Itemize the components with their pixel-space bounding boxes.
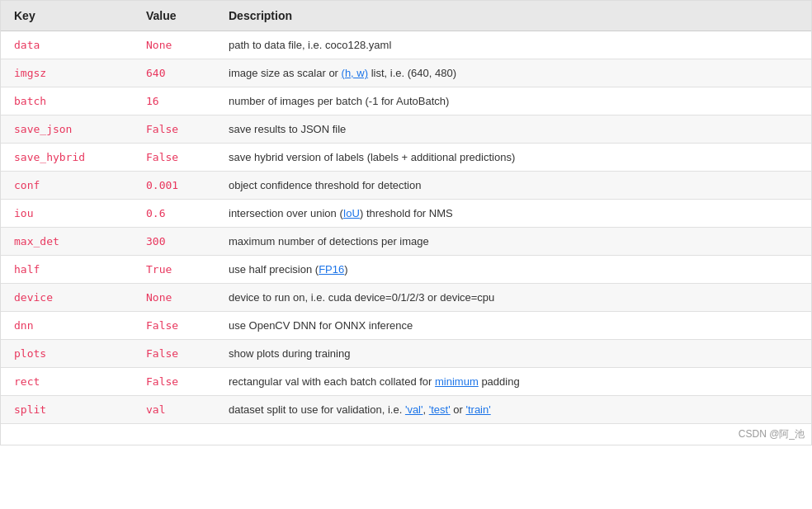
cell-description: save results to JSON file — [215, 115, 811, 144]
cell-value: None — [133, 284, 215, 312]
cell-description: maximum number of detections per image — [215, 228, 811, 256]
cell-value: False — [133, 312, 215, 340]
cell-value: False — [133, 368, 215, 396]
col-header-description: Description — [215, 1, 811, 31]
table-row: dnnFalseuse OpenCV DNN for ONNX inferenc… — [1, 312, 811, 340]
table-row: iou0.6intersection over union (IoU) thre… — [1, 200, 811, 228]
cell-value: True — [133, 256, 215, 284]
highlight-iou: IoU — [343, 207, 360, 219]
table-row: imgsz640image size as scalar or (h, w) l… — [1, 59, 811, 87]
cell-key: imgsz — [1, 59, 133, 87]
cell-description: object confidence threshold for detectio… — [215, 172, 811, 200]
cell-key: conf — [1, 172, 133, 200]
cell-key: dnn — [1, 312, 133, 340]
cell-key: half — [1, 256, 133, 284]
cell-key: iou — [1, 200, 133, 228]
highlight-hw: (h, w) — [342, 67, 369, 79]
col-header-value: Value — [133, 1, 215, 31]
cell-value: 0.001 — [133, 172, 215, 200]
highlight-val: 'val' — [405, 403, 423, 416]
highlight-fp16: FP16 — [319, 263, 344, 276]
cell-value: 640 — [133, 59, 215, 87]
cell-key: split — [1, 396, 133, 424]
table-row: conf0.001object confidence threshold for… — [1, 172, 811, 200]
table-row: splitvaldataset split to use for validat… — [1, 396, 811, 424]
cell-key: max_det — [1, 228, 133, 256]
col-header-key: Key — [1, 1, 133, 31]
data-table: Key Value Description dataNonepath to da… — [1, 1, 811, 424]
highlight-train: 'train' — [465, 403, 490, 416]
cell-value: 300 — [133, 228, 215, 256]
cell-description: rectangular val with each batch collated… — [215, 368, 811, 396]
cell-description: path to data file, i.e. coco128.yaml — [215, 31, 811, 59]
cell-key: device — [1, 284, 133, 312]
cell-description: image size as scalar or (h, w) list, i.e… — [215, 59, 811, 87]
table-row: max_det300maximum number of detections p… — [1, 228, 811, 256]
cell-description: number of images per batch (-1 for AutoB… — [215, 87, 811, 115]
table-row: deviceNonedevice to run on, i.e. cuda de… — [1, 284, 811, 312]
cell-value: False — [133, 144, 215, 172]
table-row: rectFalserectangular val with each batch… — [1, 368, 811, 396]
cell-description: device to run on, i.e. cuda device=0/1/2… — [215, 284, 811, 312]
cell-value: val — [133, 396, 215, 424]
cell-description: dataset split to use for validation, i.e… — [215, 396, 811, 424]
cell-value: 16 — [133, 87, 215, 115]
watermark: CSDN @阿_池 — [1, 424, 811, 445]
cell-key: save_hybrid — [1, 144, 133, 172]
table-row: batch16number of images per batch (-1 fo… — [1, 87, 811, 115]
highlight-test: 'test' — [429, 403, 451, 416]
main-table-container: Key Value Description dataNonepath to da… — [0, 0, 812, 445]
cell-description: save hybrid version of labels (labels + … — [215, 144, 811, 172]
highlight-minimum: minimum — [435, 375, 479, 388]
table-row: save_jsonFalsesave results to JSON file — [1, 115, 811, 144]
table-row: plotsFalseshow plots during training — [1, 340, 811, 368]
cell-key: data — [1, 31, 133, 59]
cell-key: rect — [1, 368, 133, 396]
cell-key: batch — [1, 87, 133, 115]
table-row: halfTrueuse half precision (FP16) — [1, 256, 811, 284]
table-row: save_hybridFalsesave hybrid version of l… — [1, 144, 811, 172]
cell-value: False — [133, 115, 215, 144]
cell-key: save_json — [1, 115, 133, 144]
cell-description: use half precision (FP16) — [215, 256, 811, 284]
cell-value: 0.6 — [133, 200, 215, 228]
cell-value: False — [133, 340, 215, 368]
cell-value: None — [133, 31, 215, 59]
cell-description: intersection over union (IoU) threshold … — [215, 200, 811, 228]
table-header-row: Key Value Description — [1, 1, 811, 31]
table-row: dataNonepath to data file, i.e. coco128.… — [1, 31, 811, 59]
cell-key: plots — [1, 340, 133, 368]
cell-description: use OpenCV DNN for ONNX inference — [215, 312, 811, 340]
cell-description: show plots during training — [215, 340, 811, 368]
